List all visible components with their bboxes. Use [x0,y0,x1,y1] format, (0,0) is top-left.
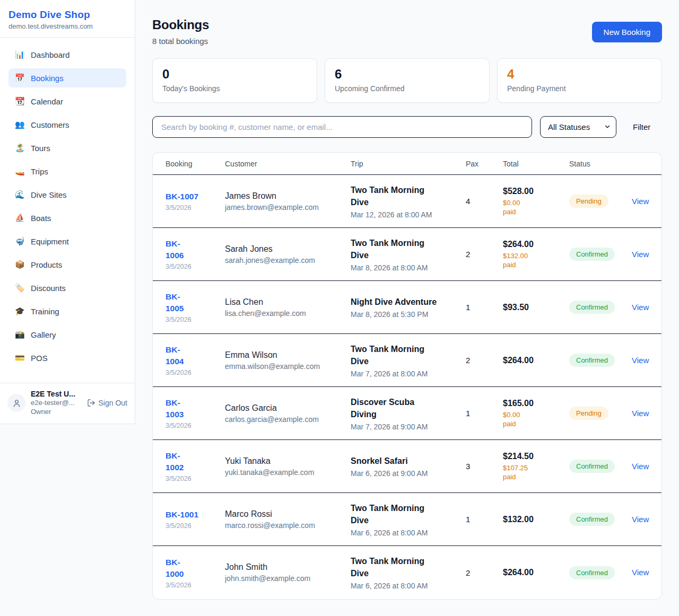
status-badge: Confirmed [569,566,615,579]
view-link[interactable]: View [632,303,649,312]
status-filter-wrap: All Statuses [540,116,616,138]
stat-label: Pending Payment [507,84,652,93]
stat-card: 6 Upcoming Confirmed [325,58,490,103]
status-badge: Pending [569,407,608,420]
trip-datetime: Mar 12, 2026 at 8:00 AM [351,210,466,219]
sidebar: Demo Dive Shop demo.test.divestreams.com… [0,0,135,424]
customer-name: John Smith [225,562,351,572]
sidebar-item-pos[interactable]: 💳 POS [8,348,126,367]
booking-link[interactable]: BK-1001 [166,509,198,521]
sidebar-user-panel: E2E Test U... e2e-tester@... Owner Sign … [0,383,135,424]
sidebar-item-products[interactable]: 📦 Products [8,255,126,274]
filter-button[interactable]: Filter [633,122,650,131]
booking-link[interactable]: BK- 1003 [166,397,184,420]
stats-row: 0 Today's Bookings 6 Upcoming Confirmed … [152,58,662,103]
view-link[interactable]: View [632,356,649,365]
view-link[interactable]: View [632,197,649,206]
customer-email: sarah.jones@example.com [225,256,351,265]
status-badge: Confirmed [569,354,615,367]
sidebar-item-dive-sites[interactable]: 🌊 Dive Sites [8,185,126,204]
gallery-icon: 📸 [15,330,24,339]
sidebar-item-tours[interactable]: 🏝️ Tours [8,138,126,157]
paid-amount: $132.00 paid [503,251,535,269]
sidebar-item-boats[interactable]: ⛵ Boats [8,208,126,227]
stat-value: 4 [507,66,652,82]
dive-sites-icon: 🌊 [15,190,24,199]
sidebar-item-calendar[interactable]: 📆 Calendar [8,92,126,111]
sidebar-item-bookings[interactable]: 📅 Bookings [8,68,126,87]
customer-name: Carlos Garcia [225,403,351,413]
view-link[interactable]: View [632,250,649,259]
trip-name: Two Tank Morning Dive [351,555,466,579]
user-role: Owner [31,407,82,416]
pos-icon: 💳 [15,353,24,363]
total-amount: $264.00 [503,240,569,249]
total-amount: $214.50 [503,452,569,461]
table-body: BK-1007 3/5/2026 James Brown james.brown… [153,175,661,599]
customer-email: marco.rossi@example.com [225,521,351,530]
sidebar-item-customers[interactable]: 👥 Customers [8,115,126,134]
sidebar-item-equipment[interactable]: 🤿 Equipment [8,232,126,251]
brand-name: Demo Dive Shop [8,9,126,21]
status-badge: Confirmed [569,248,615,261]
search-input[interactable] [152,116,532,138]
user-name: E2E Test U... [31,390,82,398]
sidebar-item-trips[interactable]: 🚤 Trips [8,162,126,181]
view-link[interactable]: View [632,409,649,418]
trips-icon: 🚤 [15,166,24,176]
booking-link[interactable]: BK-1007 [166,191,198,203]
pax-value: 1 [466,515,503,524]
new-booking-button[interactable]: New Booking [592,22,662,42]
total-amount: $528.00 [503,187,569,196]
sign-out-button[interactable]: Sign Out [87,399,127,407]
booking-link[interactable]: BK- 1002 [166,450,184,473]
trip-datetime: Mar 6, 2026 at 8:00 AM [351,529,466,537]
user-meta: E2E Test U... e2e-tester@... Owner [31,390,82,416]
stat-card: 4 Pending Payment [497,58,662,103]
stat-card: 0 Today's Bookings [152,58,317,103]
filter-row: All Statuses Filter [152,116,662,138]
sidebar-item-gallery[interactable]: 📸 Gallery [8,325,126,344]
sidebar-item-discounts[interactable]: 🏷️ Discounts [8,278,126,297]
avatar [7,394,25,412]
stat-value: 6 [335,66,480,82]
view-link[interactable]: View [632,568,649,577]
dashboard-icon: 📊 [15,50,24,59]
booking-date: 3/5/2026 [166,422,225,429]
trip-name: Snorkel Safari [351,455,466,467]
main-content: Bookings 8 total bookings New Booking 0 … [135,0,679,600]
total-amount: $93.50 [503,303,569,312]
table-row: BK- 1003 3/5/2026 Carlos Garcia carlos.g… [153,387,661,440]
sign-out-label: Sign Out [99,399,127,407]
booking-date: 3/5/2026 [166,475,225,482]
paid-amount: $0.00 paid [503,198,535,216]
customer-email: lisa.chen@example.com [225,309,351,318]
trip-name: Two Tank Morning Dive [351,502,466,526]
customer-email: james.brown@example.com [225,203,351,212]
customer-email: john.smith@example.com [225,574,351,583]
sidebar-item-training[interactable]: 🎓 Training [8,302,126,321]
customer-name: Emma Wilson [225,350,351,360]
trip-name: Night Dive Adventure [351,296,466,308]
booking-date: 3/5/2026 [166,369,225,376]
sidebar-item-dashboard[interactable]: 📊 Dashboard [8,45,126,64]
brand-domain: demo.test.divestreams.com [8,22,126,30]
view-link[interactable]: View [632,515,649,524]
table-row: BK- 1005 3/5/2026 Lisa Chen lisa.chen@ex… [153,281,661,334]
view-link[interactable]: View [632,462,649,471]
total-amount: $264.00 [503,356,569,365]
total-amount: $132.00 [503,515,569,524]
pax-value: 2 [466,568,503,577]
booking-link[interactable]: BK- 1005 [166,291,184,314]
status-badge: Confirmed [569,460,615,473]
pax-value: 3 [466,462,503,471]
trip-datetime: Mar 6, 2026 at 8:00 AM [351,582,466,590]
status-filter-select[interactable]: All Statuses [540,116,616,138]
booking-link[interactable]: BK- 1006 [166,238,184,261]
booking-link[interactable]: BK- 1004 [166,344,184,367]
col-header-booking: Booking [166,160,225,168]
booking-link[interactable]: BK- 1000 [166,557,184,580]
customer-email: yuki.tanaka@example.com [225,468,351,477]
col-header-customer: Customer [225,160,351,168]
equipment-icon: 🤿 [15,236,24,246]
